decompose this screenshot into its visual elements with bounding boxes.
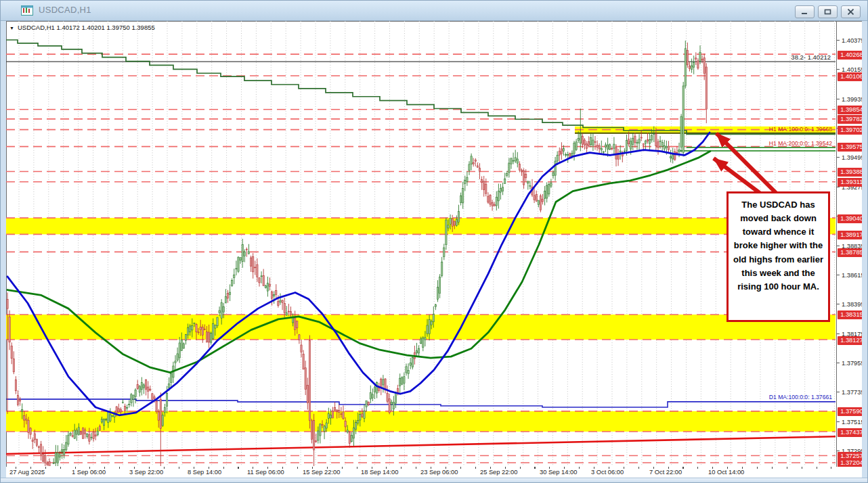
date-label: 23 Sep 06:00 [420, 469, 458, 476]
close-icon [847, 9, 854, 15]
price-tick-label: 1.38395 [837, 300, 864, 308]
price-chart-svg[interactable]: 38.2- 1.40212H1 MA:100:0:0: 1.39668H1 MA… [6, 21, 836, 466]
window-right-edge [862, 21, 867, 478]
ohlc-readout: ▼USDCAD,H1 1.40172 1.40201 1.39750 1.398… [9, 24, 155, 31]
ma-value-label: H1 MA:200:0:0: 1.39542 [769, 140, 832, 147]
close-button[interactable] [841, 5, 861, 18]
price-tick-label: 1.37955 [837, 359, 864, 367]
restore-button[interactable] [818, 5, 838, 18]
date-label: 11 Sep 06:00 [247, 469, 284, 476]
price-tick-label: 1.37515 [837, 418, 864, 426]
date-label: 15 Sep 22:00 [303, 469, 340, 476]
window-controls [795, 5, 861, 18]
price-tick-label: 1.39495 [837, 154, 864, 162]
restore-icon [824, 9, 831, 15]
date-label: 8 Sep 14:00 [188, 469, 221, 476]
price-tick-label: 1.39935 [837, 95, 864, 104]
date-label: 18 Sep 14:00 [361, 469, 398, 476]
date-label: 7 Oct 22:00 [649, 469, 682, 476]
chart-window: USDCAD,H1 38.2- 1.40212H1 MA:100:0:0: 1.… [0, 0, 868, 483]
fib-382-label: 38.2- 1.40212 [791, 53, 831, 61]
date-label: 27 Aug 2025 [9, 469, 45, 476]
time-axis[interactable]: 27 Aug 20251 Sep 06:003 Sep 22:008 Sep 1… [6, 467, 863, 478]
ma-value-label: D1 MA:100:0:0: 1.37661 [769, 394, 832, 400]
dropdown-caret-icon[interactable]: ▼ [9, 26, 14, 30]
annotation-box: The USDCAD has moved back down toward wh… [726, 191, 830, 322]
price-tick-label: 1.38615 [837, 271, 864, 279]
minimize-icon [801, 9, 808, 15]
titlebar[interactable]: USDCAD,H1 [1, 1, 867, 21]
minimize-button[interactable] [795, 5, 815, 18]
date-label: 3 Oct 06:00 [591, 469, 624, 476]
ohlc-text: USDCAD,H1 1.40172 1.40201 1.39750 1.3985… [18, 24, 155, 31]
date-label: 30 Sep 14:00 [540, 469, 577, 476]
date-label: 3 Sep 22:00 [129, 469, 163, 476]
window-title: USDCAD,H1 [39, 5, 91, 15]
price-tick-label: 1.37735 [837, 388, 864, 396]
price-axis[interactable]: 1.403751.401551.399351.397151.394951.392… [836, 21, 864, 467]
date-label: 10 Oct 14:00 [708, 469, 744, 476]
chart-icon [21, 5, 33, 16]
date-label: 25 Sep 22:00 [480, 469, 517, 476]
status-strip [1, 478, 867, 483]
price-tick-label: 1.40375 [837, 37, 864, 45]
ma-value-label: H1 MA:100:0:0: 1.39668 [769, 126, 832, 133]
date-label: 1 Sep 06:00 [72, 469, 106, 476]
